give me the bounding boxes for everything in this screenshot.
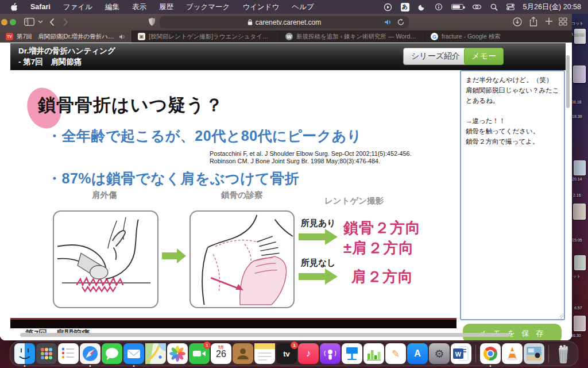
menu-bookmarks[interactable]: ブックマーク xyxy=(186,2,230,12)
save-memo-button[interactable]: メ モ を 保 存 xyxy=(463,324,562,340)
menu-window[interactable]: ウインドウ xyxy=(242,2,279,12)
screen-mirroring-icon[interactable] xyxy=(384,2,392,12)
dock-appletv[interactable]: tv 1 xyxy=(276,343,297,364)
dock-calendar[interactable]: 5月 26 xyxy=(211,343,231,364)
citation-1: Postacchini F, et al. J Shoulder Elbow S… xyxy=(210,150,412,158)
back-icon[interactable] xyxy=(49,18,55,26)
menu-edit[interactable]: 編集 xyxy=(105,2,119,12)
tab-overview-icon[interactable] xyxy=(559,17,567,26)
facetime-badge: 1 xyxy=(203,342,211,349)
privacy-shield-icon[interactable] xyxy=(148,17,156,26)
dock-facetime[interactable]: 1 xyxy=(189,343,210,364)
dock-settings[interactable]: ⚙ xyxy=(429,343,450,364)
safari-toolbar: carenetv.carenet.com xyxy=(0,14,572,30)
label-shoulder-trauma: 肩外傷 xyxy=(92,190,117,201)
page-subtitle: - 第7回 肩関節痛 xyxy=(18,57,82,67)
tab-title: fracture - Google 検索 xyxy=(442,33,501,41)
tab-xray-article[interactable]: ▣ [股関節レントゲン撮影]ラウエンシュタインと軸位の違いは？ポ… xyxy=(132,30,280,43)
label-xray: レントゲン撮影 xyxy=(324,195,384,206)
battery-icon[interactable] xyxy=(451,2,463,12)
dock-word[interactable]: W xyxy=(451,343,471,364)
textarea-resize-grip[interactable] xyxy=(558,313,563,319)
menu-safari[interactable]: Safari xyxy=(30,3,51,11)
horizontal-scrollbar[interactable] xyxy=(20,333,509,337)
pen-icon: ✎ xyxy=(392,348,400,360)
illustration-shoulder-impact xyxy=(53,210,158,308)
menu-datetime[interactable]: 5月26日(金) 20:58 xyxy=(523,2,581,12)
dock-photos[interactable] xyxy=(167,343,188,364)
control-center-icon[interactable] xyxy=(506,2,514,12)
page-title: Dr.増井の骨折ハンティング xyxy=(18,46,115,56)
citation-block: Postacchini F, et al. J Shoulder Elbow S… xyxy=(210,150,412,165)
arrow-right-icon xyxy=(162,248,186,263)
dock-vlc[interactable] xyxy=(502,343,523,364)
arrow-finding-positive xyxy=(299,229,338,245)
reload-icon[interactable] xyxy=(397,18,404,26)
desktop-file-icon[interactable] xyxy=(573,204,586,220)
sidebar-toggle-icon[interactable] xyxy=(24,18,34,26)
input-source-icon[interactable]: あ xyxy=(401,3,409,12)
dock-podcasts[interactable] xyxy=(320,343,341,364)
desktop-file-label: 15.05 xyxy=(572,238,582,242)
dock-photo-viewer[interactable] xyxy=(524,343,544,364)
dock-messages[interactable] xyxy=(102,343,122,364)
dock-pages[interactable]: ✎ xyxy=(385,343,406,364)
desktop-file-label: 08.18 xyxy=(571,100,582,104)
desktop-file-icon[interactable] xyxy=(574,160,586,175)
downloads-icon[interactable] xyxy=(513,17,522,26)
forward-icon[interactable] xyxy=(63,18,68,26)
dock-launchpad[interactable] xyxy=(36,343,57,364)
zoom-button[interactable] xyxy=(10,19,16,25)
focus-moon-icon[interactable] xyxy=(418,2,426,12)
dock-finder[interactable] xyxy=(14,343,35,364)
series-intro-button[interactable]: シリーズ紹介 xyxy=(403,48,468,65)
dock-music[interactable]: ♪ xyxy=(298,343,319,364)
tab-speaker-icon[interactable] xyxy=(119,34,126,40)
desktop-file-icon[interactable] xyxy=(574,255,586,270)
calendar-day: 26 xyxy=(216,349,226,359)
dock-reminders[interactable] xyxy=(58,343,79,364)
desktop-file-icon[interactable] xyxy=(573,66,586,83)
memo-button[interactable]: メモー xyxy=(464,48,504,65)
new-tab-icon[interactable] xyxy=(545,17,553,25)
menu-view[interactable]: 表示 xyxy=(132,2,146,12)
finding-positive-label: 所見あり xyxy=(301,218,336,229)
spotlight-icon[interactable] xyxy=(490,2,498,12)
dock-keynote[interactable] xyxy=(342,343,362,364)
menu-file[interactable]: ファイル xyxy=(63,2,92,12)
desktop-file-label: ット xyxy=(572,274,581,279)
shortcuts-icon[interactable] xyxy=(435,2,443,12)
dock-maps[interactable] xyxy=(145,343,166,364)
link-chain-icon[interactable] xyxy=(472,2,482,12)
gear-icon: ⚙ xyxy=(434,347,444,361)
tab-carenet[interactable]: TV 第7回 肩関節痛|Dr.増井の骨折ハンティング xyxy=(0,30,132,43)
dock-appstore[interactable]: A xyxy=(407,343,428,364)
address-bar[interactable]: carenetv.carenet.com xyxy=(160,16,409,28)
dock-contacts[interactable] xyxy=(233,343,253,364)
appletv-label: tv xyxy=(283,350,290,358)
tab-title: 新規投稿を追加 ‹ 錬キン術研究所 — WordPress xyxy=(296,33,419,41)
citation-2: Robinson CM. J Bone Joint Surg Br. 1998 … xyxy=(210,158,412,165)
dock-notes[interactable] xyxy=(254,343,275,364)
desktop-file-label: 46.30 xyxy=(571,334,581,338)
tab-audio-icon[interactable] xyxy=(384,19,392,25)
dock-trash[interactable] xyxy=(553,343,574,364)
wordpress-favicon: W xyxy=(285,33,293,40)
minimize-button[interactable] xyxy=(1,19,7,25)
menu-help[interactable]: ヘルプ xyxy=(292,2,314,12)
dock-numbers[interactable] xyxy=(363,343,384,364)
desktop-file-icon[interactable] xyxy=(574,316,586,331)
desktop-file-icon[interactable] xyxy=(574,29,586,44)
apple-menu-icon[interactable] xyxy=(10,2,18,12)
memo-textarea[interactable]: まだ半分なんやけど。（笑） 肩鎖関節脱臼じゃない？みたことあるね。 →違った！！… xyxy=(460,70,565,320)
vertical-scrollbar[interactable] xyxy=(566,55,570,108)
dock-safari[interactable] xyxy=(80,343,100,364)
dock-chrome[interactable] xyxy=(480,343,501,364)
dock-mail[interactable] xyxy=(123,343,144,364)
tab-wordpress[interactable]: W 新規投稿を追加 ‹ 錬キン術研究所 — WordPress xyxy=(280,30,425,43)
dock-separator xyxy=(548,345,549,362)
share-icon[interactable] xyxy=(529,17,537,26)
tab-google-search[interactable]: G fracture - Google 検索 xyxy=(425,30,572,43)
menu-history[interactable]: 履歴 xyxy=(159,2,173,12)
chevron-down-icon[interactable] xyxy=(38,20,43,24)
